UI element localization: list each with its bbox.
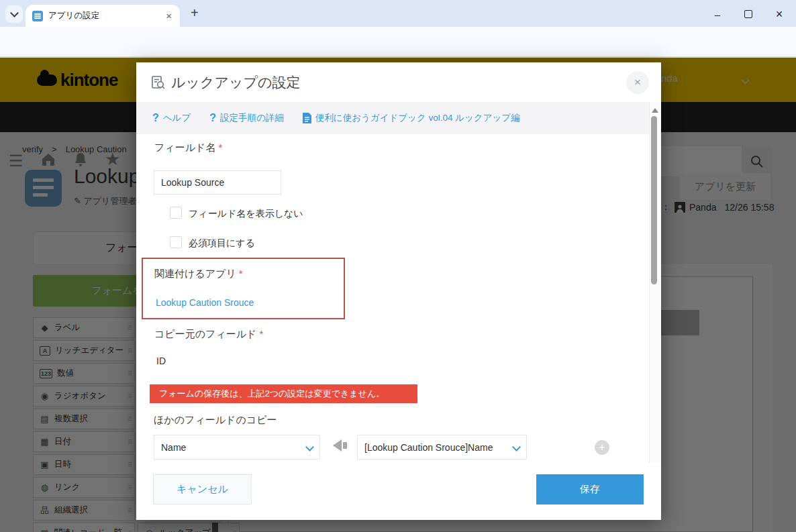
required-field-checkbox[interactable] — [170, 236, 182, 248]
field-name-input[interactable] — [154, 170, 281, 195]
source-field-dropdown[interactable]: [Lookup Caution Srouce]Name — [357, 435, 527, 460]
window-minimize-button[interactable]: – — [710, 7, 725, 21]
tab-search-button[interactable] — [5, 5, 23, 23]
maximize-icon — [744, 10, 752, 18]
dialog-title: ルックアップの設定 — [171, 73, 300, 92]
scroll-up-arrow[interactable] — [652, 108, 658, 113]
new-tab-button[interactable]: + — [191, 5, 199, 21]
kintone-favicon-icon — [32, 11, 43, 21]
required-field-label: 必須項目にする — [189, 237, 255, 250]
copy-source-label: コピー元のフィールド* — [154, 328, 263, 341]
question-icon: ? — [152, 112, 159, 124]
guidebook-link[interactable]: 便利に使おうガイドブック vol.04 ルックアップ編 — [303, 112, 520, 124]
hide-field-name-label: フィールド名を表示しない — [189, 208, 303, 220]
related-app-link[interactable]: Lookup Caution Srouce — [156, 297, 254, 308]
field-name-label: フィールド名* — [154, 142, 222, 154]
tab-title: アプリの設定 — [48, 10, 164, 21]
map-arrow-icon — [333, 439, 347, 451]
chevron-down-icon — [10, 9, 19, 17]
other-field-copy-label: ほかのフィールドのコピー — [154, 414, 277, 427]
related-app-label: 関連付けるアプリ* — [154, 268, 243, 280]
help-links-bar: ?ヘルプ ?設定手順の詳細 便利に使おうガイドブック vol.04 ルックアップ… — [136, 102, 661, 134]
cancel-button[interactable]: キャンセル — [153, 474, 252, 504]
required-mark: * — [259, 328, 263, 339]
window-maximize-button[interactable] — [741, 7, 756, 21]
required-mark: * — [239, 268, 243, 279]
warning-banner: フォームの保存後は、上記2つの設定は変更できません。 — [150, 384, 417, 403]
add-row-button[interactable]: + — [595, 440, 609, 455]
browser-toolbar: ← → ⟳ ⌂ pandafirm.cybozu.com/k/admin/app… — [0, 27, 796, 58]
copy-source-value: ID — [156, 356, 166, 366]
lookup-settings-dialog: ルックアップの設定 × ?ヘルプ ?設定手順の詳細 便利に使おうガイドブック v… — [136, 62, 661, 520]
window-close-button[interactable]: × — [772, 7, 787, 21]
dialog-header: ルックアップの設定 — [136, 62, 661, 102]
required-mark: * — [218, 142, 222, 153]
save-button[interactable]: 保存 — [536, 474, 644, 504]
browser-tab[interactable]: アプリの設定 × — [26, 5, 180, 27]
tab-close-button[interactable]: × — [164, 10, 173, 21]
screen: アプリの設定 × + – × ← → ⟳ ⌂ pandafirm.cybozu.… — [0, 0, 796, 532]
question-icon: ? — [209, 112, 216, 124]
setup-steps-link[interactable]: ?設定手順の詳細 — [209, 112, 284, 124]
lookup-dialog-icon — [151, 75, 166, 90]
help-link[interactable]: ?ヘルプ — [152, 112, 191, 124]
chevron-down-icon — [512, 443, 521, 451]
document-icon — [303, 113, 311, 123]
hide-field-name-checkbox[interactable] — [170, 207, 182, 219]
dialog-close-button[interactable]: × — [626, 71, 649, 94]
browser-tab-strip: アプリの設定 × + – × — [0, 0, 796, 27]
dialog-scrollbar-thumb[interactable] — [651, 116, 657, 284]
chevron-down-icon — [305, 443, 314, 451]
highlight-outline — [142, 258, 345, 319]
target-field-dropdown[interactable]: Name — [154, 435, 320, 460]
